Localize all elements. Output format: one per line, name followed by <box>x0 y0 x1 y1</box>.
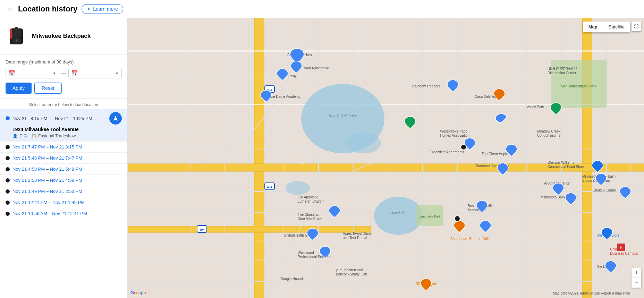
svg-text:Nine Mile Creek: Nine Mile Creek <box>298 217 323 221</box>
svg-text:Shady Oak Lake: Shady Oak Lake <box>329 113 357 118</box>
history-time-link[interactable]: Nov 21 7:47 PM <box>12 144 45 150</box>
svg-text:Business Campus: Business Campus <box>610 252 638 255</box>
date-inputs: 📅 ▼ — 📅 ▼ <box>6 68 122 78</box>
history-item[interactable]: Nov 21 8:15 PM – Nov 21 10:25 PM <box>0 109 127 142</box>
history-item[interactable]: Nov 21 4:58 PM – Nov 21 5:48 PM <box>0 164 127 175</box>
reset-button[interactable]: Reset <box>34 83 62 94</box>
history-time-range: Nov 21 2:53 PM – Nov 21 4:58 PM <box>12 178 82 183</box>
map-data-text: Map data ©2021 Terms of Use Report a map… <box>553 291 630 295</box>
history-item[interactable]: Nov 21 12:41 PM – Nov 21 1:49 PM <box>0 197 127 208</box>
map-container[interactable]: 494 494 494 <box>128 18 644 298</box>
history-list: Select an entry below to load location N… <box>0 99 127 298</box>
history-time-link[interactable]: Nov 21 2:53 PM <box>50 189 82 194</box>
history-dot <box>6 167 10 171</box>
history-time-link[interactable]: Nov 21 4:58 PM <box>50 178 82 183</box>
history-item[interactable]: Nov 21 1:49 PM – Nov 21 2:53 PM <box>0 186 127 197</box>
history-time-link[interactable]: Nov 21 12:41 PM <box>12 200 47 205</box>
history-time-range: Nov 21 12:41 PM – Nov 21 1:49 PM <box>12 200 85 205</box>
history-dot <box>6 156 10 160</box>
history-time-link[interactable]: Nov 21 7:47 PM <box>50 155 82 161</box>
history-time-link[interactable]: Nov 21 1:49 PM <box>12 189 45 194</box>
sparkle-icon: ✦ <box>87 6 91 12</box>
apply-button[interactable]: Apply <box>6 83 32 94</box>
svg-text:yum! Kitchen and: yum! Kitchen and <box>336 268 363 272</box>
svg-point-96 <box>461 144 466 150</box>
selected-detail: 1924 Milwaukee Tool Avenue 👤 D.G 📋 Faste… <box>6 127 122 138</box>
google-logo: Google <box>130 290 146 295</box>
svg-text:The Glenn Hopkins: The Glenn Hopkins <box>482 152 511 156</box>
history-item[interactable]: Nov 21 2:53 PM – Nov 21 4:58 PM <box>0 175 127 186</box>
history-item[interactable]: Nov 21 5:48 PM – Nov 21 7:47 PM <box>0 153 127 164</box>
header: ← Location history ✦ Learn more <box>0 0 644 18</box>
svg-rect-3 <box>15 27 18 30</box>
learn-more-label: Learn more <box>93 6 118 12</box>
svg-rect-1 <box>11 30 22 37</box>
map-type-toggle: Map Satellite <box>583 22 630 32</box>
date-actions: Apply Reset <box>6 83 122 94</box>
fullscreen-icon <box>634 24 639 29</box>
history-dot <box>6 116 10 120</box>
svg-rect-4 <box>10 28 12 39</box>
event-icon: 📋 <box>31 134 36 138</box>
svg-text:Commercial Paint Store: Commercial Paint Store <box>548 165 584 169</box>
svg-text:494: 494 <box>267 185 272 189</box>
history-time-range: Nov 21 10:56 AM – Nov 21 12:41 PM <box>12 211 87 216</box>
device-name: Milwaukee Backpack <box>32 33 91 40</box>
svg-text:Scoreboard Bar and Grill: Scoreboard Bar and Grill <box>450 237 489 241</box>
history-time-link[interactable]: Nov 21 12:41 PM <box>52 211 87 216</box>
history-time-range: Nov 21 4:58 PM – Nov 21 5:48 PM <box>12 167 82 172</box>
svg-text:Old Apostolic: Old Apostolic <box>298 195 318 199</box>
history-time-link[interactable]: Nov 21 5:48 PM <box>50 167 82 172</box>
history-time-range: Nov 21 8:15 PM – Nov 21 10:25 PM <box>12 116 92 121</box>
back-button[interactable]: ← <box>6 3 15 14</box>
svg-text:Bakery - Shady Oak: Bakery - Shady Oak <box>336 272 367 276</box>
svg-text:Westbrooke Patio: Westbrooke Patio <box>440 129 467 133</box>
svg-text:Lone Lake: Lone Lake <box>390 211 407 215</box>
history-dot <box>6 145 10 149</box>
calendar-start-icon: 📅 <box>9 70 15 76</box>
svg-rect-8 <box>254 18 264 298</box>
learn-more-button[interactable]: ✦ Learn more <box>82 4 123 14</box>
svg-text:Homes Association: Homes Association <box>440 134 469 137</box>
navigate-button[interactable] <box>109 112 122 125</box>
svg-text:Sherwin-Williams: Sherwin-Williams <box>548 161 574 164</box>
history-time-link[interactable]: Nov 21 1:49 PM <box>52 200 85 205</box>
svg-rect-6 <box>16 40 17 42</box>
svg-point-44 <box>374 197 423 235</box>
svg-point-46 <box>286 181 310 195</box>
history-dot <box>6 201 10 205</box>
svg-text:Westwood: Westwood <box>298 251 314 255</box>
svg-text:Meadow Creek: Meadow Creek <box>537 129 561 133</box>
selected-meta: 👤 D.G 📋 Fastenal Tradeshow <box>12 134 122 138</box>
history-hint: Select an entry below to load location <box>0 99 127 109</box>
start-date-input[interactable]: 📅 ▼ <box>6 68 59 78</box>
end-date-input[interactable]: 📅 ▼ <box>68 68 122 78</box>
history-dot <box>6 189 10 194</box>
main-content: Milwaukee Backpack Date range (maximum o… <box>0 18 644 298</box>
device-image <box>6 24 28 49</box>
backpack-icon <box>7 25 26 47</box>
map-type-satellite-button[interactable]: Satellite <box>603 22 630 32</box>
history-item[interactable]: Nov 21 10:56 AM – Nov 21 12:41 PM <box>0 208 127 219</box>
history-item[interactable]: Nov 21 7:47 PM – Nov 21 8:15 PM <box>0 142 127 153</box>
date-range-label: Date range (maximum of 30 days) <box>6 59 122 65</box>
map-type-map-button[interactable]: Map <box>583 22 603 32</box>
page-title: Location history <box>18 5 77 14</box>
history-time-link[interactable]: Nov 21 2:53 PM <box>12 178 45 183</box>
svg-text:Cloud 9 Condo: Cloud 9 Condo <box>593 188 616 192</box>
svg-text:Valley Park: Valley Park <box>527 105 544 109</box>
svg-text:Lutheran Church: Lutheran Church <box>298 199 324 203</box>
history-time-link[interactable]: Nov 21 8:15 PM <box>50 144 82 150</box>
zoom-in-button[interactable]: + <box>632 268 641 278</box>
person-icon: 👤 <box>12 134 18 138</box>
zoom-controls: + − <box>632 268 641 288</box>
fullscreen-button[interactable] <box>632 22 641 31</box>
zoom-out-button[interactable]: − <box>632 278 641 288</box>
history-time-link[interactable]: Nov 21 5:48 PM <box>12 155 45 161</box>
history-time-link[interactable]: Nov 21 4:58 PM <box>12 167 45 172</box>
history-time-link[interactable]: Nov 21 10:56 AM <box>12 211 47 216</box>
svg-text:Après Event Décor: Après Event Décor <box>343 232 372 236</box>
map-footer: Map data ©2021 Terms of Use Report a map… <box>553 291 630 295</box>
history-time-range: Nov 21 1:49 PM – Nov 21 2:53 PM <box>12 189 82 194</box>
history-dot <box>6 178 10 182</box>
